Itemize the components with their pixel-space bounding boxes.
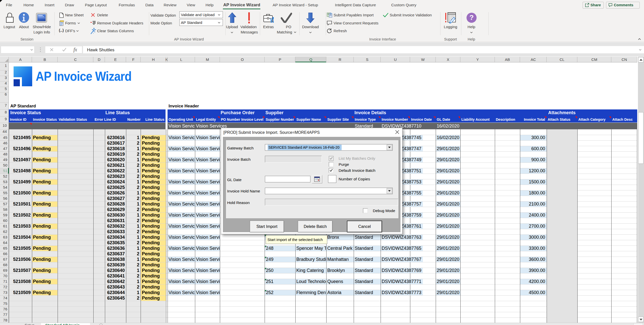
svg-text:?: ? <box>469 14 474 21</box>
